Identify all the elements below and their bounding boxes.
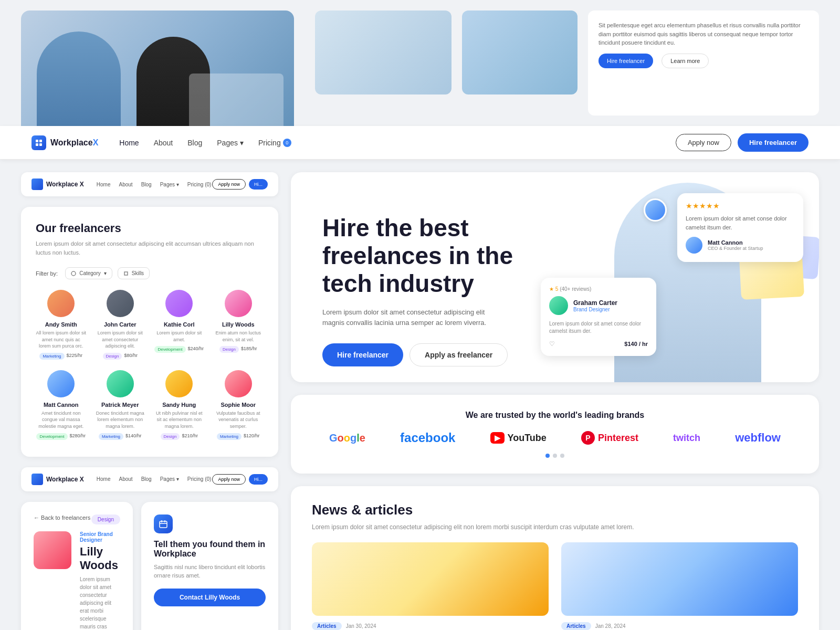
list-item[interactable]: Lilly Woods Enim atum non luctus enim, s…	[213, 290, 264, 362]
main-navbar: WorkplaceX Home About Blog Pages ▾ Prici…	[0, 126, 840, 160]
navbar-logo[interactable]: WorkplaceX	[32, 135, 98, 150]
freelancer-rate: $210/hr	[182, 433, 198, 440]
panel-nav-home-2[interactable]: Home	[97, 476, 111, 482]
tag-marketing: Marketing	[39, 353, 64, 360]
tell-them-title: Tell them you found them in Workplace	[154, 540, 266, 559]
panel-navbar-1: Workplace X Home About Blog Pages ▾ Pric…	[21, 172, 278, 196]
panel-nav-pages-2[interactable]: Pages ▾	[160, 476, 179, 482]
hero-hire-button[interactable]: Hire freelancer	[322, 343, 403, 366]
panel-hire-button-2[interactable]: Hi...	[249, 474, 268, 485]
dot-1[interactable]	[545, 454, 550, 458]
panel-nav-about-2[interactable]: About	[119, 476, 133, 482]
svg-rect-5	[160, 521, 167, 528]
main-content: Workplace X Home About Blog Pages ▾ Pric…	[0, 160, 840, 630]
dot-3[interactable]	[560, 454, 564, 458]
panel-apply-button-1[interactable]: Apply now	[212, 179, 246, 190]
nav-link-pages[interactable]: Pages ▾	[217, 139, 244, 147]
panel-nav-blog-2[interactable]: Blog	[141, 476, 152, 482]
panel-hire-button-1[interactable]: Hi...	[249, 179, 268, 190]
panel-nav-actions-2: Apply now Hi...	[212, 474, 268, 485]
panel-nav-home[interactable]: Home	[97, 182, 111, 187]
brand-pinterest[interactable]: P Pinterest	[581, 431, 638, 445]
panel-nav-about[interactable]: About	[119, 182, 133, 187]
panel-nav-links-2: Home About Blog Pages ▾ Pricing (0)	[97, 476, 213, 482]
hero-apply-button[interactable]: Apply as freelancer	[410, 343, 508, 366]
panel-nav-pricing[interactable]: Pricing (0)	[187, 182, 212, 187]
brand-youtube[interactable]: ▶ YouTube	[490, 432, 547, 444]
skills-filter[interactable]: Skills	[118, 267, 150, 279]
avatar	[107, 290, 134, 317]
panel-nav-blog[interactable]: Blog	[141, 182, 152, 187]
tag-development: Development	[154, 346, 185, 353]
dot-2[interactable]	[553, 454, 557, 458]
freelancer-rate: $140/hr	[125, 433, 142, 440]
freelancer-tags: Development $280/hr	[36, 433, 86, 440]
brands-title: We are trusted by the world's leading br…	[312, 411, 798, 420]
top-right-image-1	[315, 10, 452, 94]
brand-google[interactable]: Google	[329, 432, 365, 444]
list-item[interactable]: Andy Smith All lorem ipsum dolor sit ame…	[36, 290, 87, 362]
profile-header: Senior Brand Designer Lilly Woods Lorem …	[34, 531, 120, 630]
hire-freelancer-button[interactable]: Hire freelancer	[598, 54, 653, 68]
tag-design: Design	[103, 353, 122, 360]
reviewer-avatar-circle	[644, 198, 667, 222]
top-left-card	[21, 10, 294, 126]
category-filter[interactable]: Category ▾	[65, 267, 112, 279]
avatar	[165, 290, 193, 317]
person-silhouette-back	[37, 32, 121, 126]
svg-rect-0	[36, 140, 38, 142]
panel-logo-icon-2	[32, 474, 43, 485]
hero-content: Hire the best freelances in the tech ind…	[322, 204, 513, 366]
panel-logo-2[interactable]: Workplace X	[32, 474, 84, 485]
nav-link-pricing[interactable]: Pricing 0	[258, 139, 291, 147]
tag-design: Design	[161, 433, 180, 440]
contact-button[interactable]: Contact Lilly Woods	[154, 589, 266, 606]
freelancer-rate: $225/hr	[67, 353, 83, 360]
review-stars: ★★★★★	[686, 202, 795, 210]
profile-description: Lorem ipsum dolor sit amet consectetur a…	[80, 575, 120, 630]
tell-them-desc: Sagittis nisl nunc libero tincidunt elit…	[154, 563, 266, 580]
list-item[interactable]: Sandy Hung Ut nibh pulvinar nisl et sit …	[154, 370, 205, 442]
brand-twitch[interactable]: twitch	[673, 433, 700, 444]
brands-section: We are trusted by the world's leading br…	[291, 395, 819, 474]
learn-more-button[interactable]: Learn more	[662, 54, 709, 68]
hire-freelancer-nav-button[interactable]: Hire freelancer	[738, 133, 808, 152]
carousel-dots	[312, 454, 798, 458]
fp-info: Graham Carter Brand Designer	[573, 299, 617, 312]
panel-navbar-2: Workplace X Home About Blog Pages ▾ Pric…	[21, 467, 278, 491]
fp-photo	[549, 296, 568, 315]
freelancer-desc: Lorem ipsum dolor sit amet.	[154, 330, 205, 343]
panel-nav-pricing-2[interactable]: Pricing (0)	[187, 476, 212, 482]
list-item[interactable]: Kathie Corl Lorem ipsum dolor sit amet. …	[154, 290, 205, 362]
profile-info: Senior Brand Designer Lilly Woods Lorem …	[80, 531, 120, 630]
nav-link-about[interactable]: About	[154, 139, 173, 147]
panel-nav-pages[interactable]: Pages ▾	[160, 182, 179, 187]
avatar	[225, 370, 252, 397]
panel-apply-button-2[interactable]: Apply now	[212, 474, 246, 485]
list-item[interactable]: Patrick Meyer Donec tincidunt magna lore…	[95, 370, 146, 442]
freelancer-desc: Enim atum non luctus enim, sit at vel.	[213, 330, 264, 343]
news-tag-2: Articles	[561, 622, 591, 630]
panel-logo-text-2: Workplace X	[46, 476, 84, 483]
freelancer-name: Sophie Moor	[220, 402, 256, 408]
review-text: Lorem ipsum dolor sit amet conse dolor c…	[686, 214, 795, 232]
logo-text: WorkplaceX	[50, 138, 98, 148]
panel-logo-1[interactable]: Workplace X	[32, 178, 84, 190]
heart-icon[interactable]: ♡	[549, 340, 555, 348]
brand-webflow[interactable]: webflow	[735, 431, 781, 445]
list-item[interactable]: John Carter Lorem ipsum dolor sit amet c…	[95, 290, 146, 362]
nav-link-home[interactable]: Home	[119, 139, 139, 147]
calendar-icon	[159, 519, 168, 529]
freelancer-name: Lilly Woods	[222, 321, 255, 328]
freelancer-desc: Amet tincidunt non congue val massa mole…	[36, 410, 87, 430]
news-grid: Articles Jan 30, 2024 How to stay organi…	[312, 542, 798, 630]
brand-facebook[interactable]: facebook	[400, 430, 455, 445]
tell-them-icon	[154, 514, 173, 533]
list-item[interactable]: Sophie Moor Vulputate faucibus at venena…	[213, 370, 264, 442]
news-card-1: Articles Jan 30, 2024 How to stay organi…	[312, 542, 549, 630]
list-item[interactable]: Matt Cannon Amet tincidunt non congue va…	[36, 370, 87, 442]
apply-now-button[interactable]: Apply now	[676, 134, 731, 151]
nav-link-blog[interactable]: Blog	[187, 139, 202, 147]
top-right-area: Sit pellentesque eget arcu elementum pha…	[294, 0, 840, 126]
tag-marketing: Marketing	[217, 433, 242, 440]
